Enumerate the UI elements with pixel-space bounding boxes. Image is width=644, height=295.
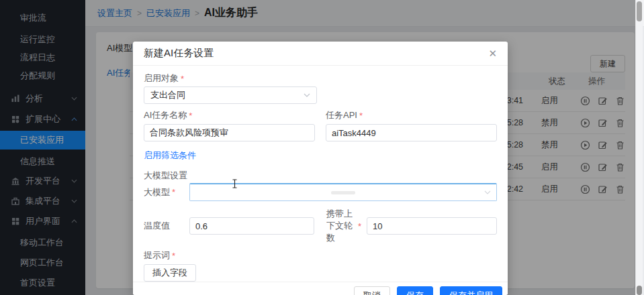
close-icon[interactable]: ✕ [488, 48, 497, 58]
context-rounds-label: 携带上下文轮数* [326, 208, 361, 244]
task-name-input[interactable] [144, 124, 315, 141]
task-api-input[interactable] [326, 124, 497, 141]
enable-target-select[interactable]: 支出合同 [144, 86, 317, 104]
chevron-down-icon [304, 93, 310, 97]
context-rounds-input[interactable] [367, 217, 497, 235]
scrollbar-thumb[interactable] [637, 1, 642, 21]
required-mark: * [181, 74, 184, 84]
llm-label: 大模型* [144, 186, 189, 198]
enable-target-label: 启用对象* [144, 72, 497, 84]
prompt-label: 提示词* [144, 249, 497, 261]
modal-title: 新建AI任务设置 [144, 47, 214, 60]
modal-header: 新建AI任务设置 ✕ [133, 42, 508, 66]
modal-body: 启用对象* 支出合同 AI任务名称* 任务API* [133, 66, 508, 282]
required-mark: * [189, 111, 192, 121]
task-name-label: AI任务名称* [144, 109, 315, 121]
insert-field-button[interactable]: 插入字段 [144, 264, 196, 282]
new-ai-task-modal: 新建AI任务设置 ✕ 启用对象* 支出合同 AI任务名称* [133, 42, 508, 295]
enable-filter-link[interactable]: 启用筛选条件 [144, 150, 196, 162]
llm-select-faint-text [331, 191, 355, 194]
task-api-label: 任务API* [326, 109, 497, 121]
modal-footer: 取消 保存 保存并启用 [133, 282, 508, 295]
page-scrollbar[interactable] [635, 0, 643, 295]
cancel-button[interactable]: 取消 [354, 286, 390, 295]
llm-select[interactable] [189, 183, 497, 201]
required-mark: * [172, 187, 175, 197]
save-and-enable-button[interactable]: 保存并启用 [440, 286, 502, 295]
app: 工作流 审批流 运行监控 流程日志 分配规则 分析 扩展中心 [0, 0, 644, 295]
save-button[interactable]: 保存 [397, 286, 433, 295]
required-mark: * [359, 111, 363, 121]
text-cursor-icon [232, 179, 238, 188]
required-mark: * [172, 251, 175, 261]
temperature-label: 温度值 [144, 220, 189, 232]
llm-section-label: 大模型设置 [144, 170, 497, 182]
scrollbar-thumb-bottom[interactable] [637, 286, 642, 295]
required-mark: * [358, 221, 361, 231]
temperature-input[interactable] [189, 217, 314, 235]
enable-target-value: 支出合同 [150, 89, 185, 101]
chevron-down-icon [484, 190, 491, 194]
